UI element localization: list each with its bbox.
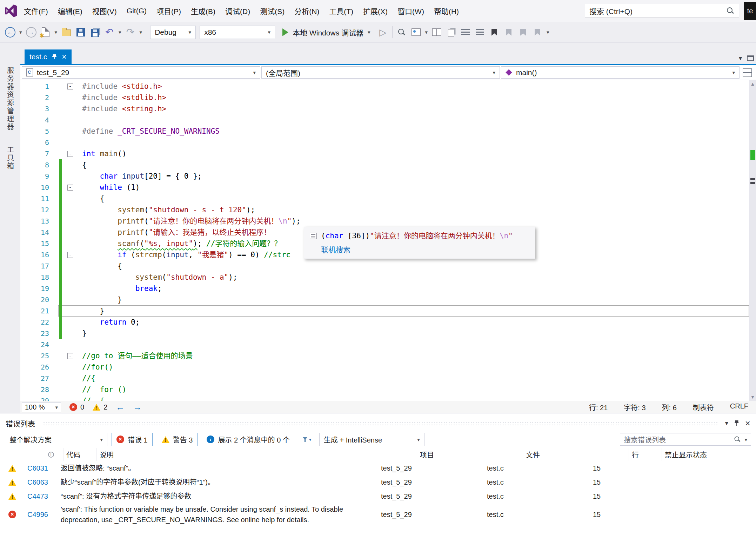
menu-item[interactable]: 测试(S)	[255, 2, 289, 19]
next-issue-arrow[interactable]: →	[133, 403, 142, 412]
toggle-outdent-button[interactable]	[475, 26, 485, 39]
menu-item[interactable]: 工具(T)	[324, 2, 358, 19]
code-line[interactable]: 24	[20, 339, 749, 350]
toolbox-tab[interactable]: 工具箱	[5, 146, 15, 170]
fold-toggle-icon[interactable]: -	[67, 353, 73, 359]
fold-toggle-icon[interactable]: -	[67, 84, 73, 89]
error-code-link[interactable]: C6063	[27, 478, 48, 486]
code-line[interactable]: 2#include <stdlib.h>	[20, 92, 749, 103]
menu-item[interactable]: 视图(V)	[87, 2, 122, 19]
code-line[interactable]: 6	[20, 137, 749, 148]
code-line[interactable]: 23}	[20, 328, 749, 339]
code-line[interactable]: 1-#include <stdio.h>	[20, 81, 749, 92]
column-project[interactable]: 项目	[417, 448, 523, 461]
fold-toggle-icon[interactable]: -	[67, 252, 73, 258]
preview-button[interactable]	[411, 26, 421, 39]
error-code-link[interactable]: C4473	[27, 492, 48, 500]
error-row[interactable]: C6031返回值被忽略: “scanf”。test_5_29test.c15	[0, 461, 756, 475]
code-line[interactable]: 20 }	[20, 294, 749, 305]
split-editor-icon[interactable]	[743, 68, 752, 77]
code-line[interactable]: 4	[20, 114, 749, 126]
menu-item[interactable]: 调试(D)	[220, 2, 255, 19]
prev-issue-arrow[interactable]: ←	[116, 403, 125, 412]
code-line[interactable]: 28// for ()	[20, 384, 749, 395]
filter-button[interactable]: ▾	[299, 433, 315, 446]
open-file-button[interactable]	[61, 26, 72, 39]
menu-item[interactable]: 帮助(H)	[429, 2, 464, 19]
code-line[interactable]: 25-//go to 语句——适合使用的场景	[20, 350, 749, 361]
navigate-back-button[interactable]: ←	[5, 26, 15, 39]
preview-chevron[interactable]: ▾	[425, 29, 428, 35]
code-line[interactable]: 7-int main()	[20, 148, 749, 159]
menu-item[interactable]: 扩展(X)	[358, 2, 393, 19]
tab-test-c[interactable]: test.c ×	[25, 49, 72, 64]
toolbar-overflow-chevron[interactable]: ▾	[547, 29, 549, 35]
error-count[interactable]: 0	[69, 403, 84, 411]
menu-item[interactable]: 文件(F)	[19, 2, 53, 19]
pin-icon[interactable]	[52, 54, 57, 59]
zoom-select[interactable]: 100 %▾	[22, 402, 61, 412]
scope-dropdown[interactable]: (全局范围) ▾	[261, 66, 500, 79]
scope-filter-select[interactable]: 整个解决方案▾	[5, 433, 107, 446]
project-dropdown[interactable]: test_5_29 ▾	[22, 66, 260, 79]
new-file-button[interactable]: ✱	[40, 26, 51, 39]
active-files-chevron[interactable]: ▾	[739, 55, 742, 61]
code-line[interactable]: 8{	[20, 159, 749, 171]
code-line[interactable]: 13 printf("请注意！你的电脑将在两分钟内关机！\n");	[20, 215, 749, 227]
code-line[interactable]: 12 system("shutdown - s - t 120");	[20, 204, 749, 215]
code-line[interactable]: 9 char input[20] = { 0 };	[20, 171, 749, 182]
error-list-title-bar[interactable]: 错误列表 ▾ ×	[0, 413, 756, 431]
errors-filter-button[interactable]: 错误 1	[112, 433, 153, 446]
scroll-down-icon[interactable]: ▼	[749, 393, 756, 401]
error-row[interactable]: C6063缺少“scanf”的字符串参数(对应于转换说明符“1”)。test_5…	[0, 475, 756, 489]
code-line[interactable]: 29// {	[20, 395, 749, 401]
menu-item[interactable]: 项目(P)	[152, 2, 186, 19]
code-line[interactable]: 11 {	[20, 193, 749, 204]
code-line[interactable]: 18 system("shutdown - a");	[20, 272, 749, 283]
error-row[interactable]: C4473“scanf”: 没有为格式字符串传递足够的参数test_5_29te…	[0, 489, 756, 503]
code-line[interactable]: 21 }	[20, 305, 749, 317]
column-line[interactable]: 行	[629, 448, 662, 461]
member-dropdown[interactable]: main() ▾	[501, 66, 740, 79]
messages-filter-button[interactable]: 展示 2 个消息中的 0 个	[202, 433, 294, 446]
redo-button[interactable]: ↷	[125, 26, 136, 39]
column-suppression[interactable]: 禁止显示状态	[662, 448, 756, 461]
close-icon[interactable]: ×	[62, 53, 66, 61]
warnings-filter-button[interactable]: 警告 3	[157, 433, 198, 446]
copy-button[interactable]	[446, 26, 456, 39]
fold-toggle-icon[interactable]: -	[67, 151, 73, 157]
solution-configuration-select[interactable]: Debug▾	[150, 26, 196, 39]
menu-item[interactable]: 分析(N)	[289, 2, 324, 19]
toggle-indent-button[interactable]	[460, 26, 471, 39]
window-position-chevron[interactable]: ▾	[725, 420, 728, 426]
find-in-files-button[interactable]	[396, 26, 407, 39]
error-code-link[interactable]: C4996	[27, 511, 48, 518]
close-icon[interactable]: ×	[745, 419, 750, 428]
scroll-up-icon[interactable]: ▲	[749, 80, 756, 88]
quick-search-box[interactable]: 搜索 (Ctrl+Q)	[585, 4, 739, 18]
warning-count[interactable]: 2	[93, 403, 107, 411]
new-file-chevron[interactable]: ▾	[55, 29, 58, 35]
window-layout-icon[interactable]	[747, 55, 754, 61]
undo-chevron[interactable]: ▾	[119, 29, 121, 35]
solution-platform-select[interactable]: x86▾	[200, 26, 275, 39]
clear-bookmarks-button[interactable]	[532, 26, 543, 39]
save-button[interactable]	[75, 26, 86, 39]
code-line[interactable]: 26//for()	[20, 361, 749, 373]
fold-toggle-icon[interactable]: -	[67, 185, 73, 191]
error-code-link[interactable]: C6031	[27, 464, 48, 472]
navigate-forward-button[interactable]: →	[26, 26, 36, 39]
code-line[interactable]: 10- while (1)	[20, 182, 749, 193]
column-code[interactable]: 代码	[63, 448, 96, 461]
column-file[interactable]: 文件	[523, 448, 629, 461]
panel-grip[interactable]	[43, 422, 717, 426]
save-all-button[interactable]	[90, 26, 100, 39]
code-editor[interactable]: 1-#include <stdio.h>2#include <stdlib.h>…	[20, 80, 756, 401]
menu-item[interactable]: Git(G)	[122, 4, 152, 18]
start-debugging-button[interactable]: 本地 Windows 调试器 ▾	[279, 25, 374, 39]
toggle-bookmark-button[interactable]	[489, 26, 500, 39]
menu-item[interactable]: 窗口(W)	[393, 2, 429, 19]
code-line[interactable]: 5#define _CRT_SECURE_NO_WARNINGS	[20, 126, 749, 137]
run-without-debugging-button[interactable]: ▷	[378, 26, 388, 39]
code-line[interactable]: 27//{	[20, 373, 749, 384]
